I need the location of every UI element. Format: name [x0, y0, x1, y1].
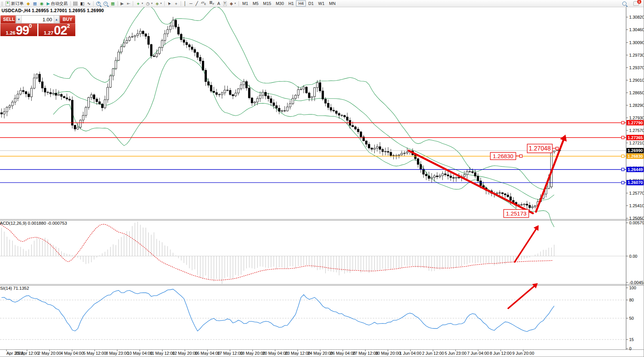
timeframe-d1[interactable]: D1	[306, 0, 316, 6]
svg-text:27 May 12:00: 27 May 12:00	[353, 351, 378, 355]
timeframe-h4[interactable]: H4	[296, 0, 306, 6]
autotrading-button[interactable]: ▶ 自动交易	[45, 0, 69, 6]
new-order-icon	[6, 1, 10, 6]
svg-text:20 May 04:00: 20 May 04:00	[262, 351, 288, 355]
diamond-icon: ◆	[27, 2, 30, 6]
timeframe-mn[interactable]: MN	[327, 0, 338, 6]
svg-text:23 May 12:00: 23 May 12:00	[285, 351, 310, 355]
line-chart-icon: ∿	[87, 2, 91, 6]
ask-big-digits: 02	[54, 25, 67, 36]
auto-scroll-button[interactable]: ▶	[119, 0, 125, 6]
fibonacci-tool[interactable]: ≣F	[208, 0, 216, 6]
ask-prefix: 1.27	[44, 30, 53, 36]
svg-text:5 Jun 23:00: 5 Jun 23:00	[445, 351, 467, 355]
svg-text:17 May 12:00: 17 May 12:00	[217, 351, 243, 355]
signals-button[interactable]: ◉	[38, 0, 45, 6]
timeframe-h1[interactable]: H1	[286, 0, 296, 6]
crosshair-tool-button[interactable]: ＋	[172, 0, 180, 6]
crosshair-icon: ＋	[174, 2, 178, 6]
trendline-tool[interactable]: ╱	[194, 0, 200, 6]
arrows-tool[interactable]: ◆▾	[228, 0, 237, 6]
buy-button[interactable]: BUY	[60, 15, 75, 24]
svg-text:11 May 12:00: 11 May 12:00	[150, 351, 175, 355]
svg-text:1.26070: 1.26070	[628, 180, 643, 185]
search-button[interactable]	[621, 0, 628, 6]
trendline-icon: ╱	[196, 2, 198, 6]
ask-pip-digit: 2	[67, 24, 70, 28]
shapes-icon: ◆	[230, 2, 233, 6]
styler-button[interactable]: ◆	[25, 0, 31, 6]
svg-text:1.26990: 1.26990	[628, 148, 643, 153]
svg-text:24 May 20:00: 24 May 20:00	[308, 351, 333, 355]
vertical-line-icon: │	[184, 2, 186, 6]
zoom-in-button[interactable]: +	[95, 0, 102, 6]
toolbar-separator	[239, 1, 239, 6]
templates-button[interactable]: ◈▾	[154, 0, 163, 6]
new-order-button[interactable]: 新订单	[4, 0, 25, 6]
chevron-down-icon: ▾	[160, 2, 162, 5]
channel-tool[interactable]: ▱E	[200, 0, 208, 6]
cursor-tool-button[interactable]: ➤	[166, 0, 172, 6]
toolbar-grip[interactable]	[1, 1, 3, 6]
tile-windows-button[interactable]: ▦	[109, 0, 116, 6]
svg-text:1.28650: 1.28650	[629, 90, 644, 95]
svg-text:0.005798: 0.005798	[629, 221, 644, 225]
volume-decrease-button[interactable]: ▼	[16, 16, 22, 23]
timeframe-m15[interactable]: M15	[261, 0, 274, 6]
svg-text:1.29370: 1.29370	[629, 65, 644, 70]
vertical-line-tool[interactable]: │	[182, 0, 188, 6]
svg-text:15: 15	[629, 337, 634, 342]
svg-text:12 May 20:00: 12 May 20:00	[172, 351, 198, 355]
periods-button[interactable]: ◷▾	[145, 0, 154, 6]
toolbar: 新订单 ◆ ▦ ◉ ▶ 自动交易 ▮▯ ∿ + − ▦ ▶ ⇤ ＋▾ ◷▾ ◈▾…	[0, 0, 644, 7]
bid-pip-digit: 0	[29, 24, 32, 28]
window-chart-icon: ▦	[33, 2, 37, 6]
add-indicator-icon: ＋	[136, 2, 140, 6]
svg-text:1.30460: 1.30460	[629, 27, 644, 32]
autotrading-label: 自动交易	[51, 1, 68, 6]
svg-text:0.00: 0.00	[629, 254, 637, 259]
new-chart-button[interactable]: ▦	[31, 0, 38, 6]
text-tool[interactable]: A	[216, 0, 221, 6]
bar-chart-button[interactable]	[72, 0, 79, 6]
chart-shift-button[interactable]: ⇤	[125, 0, 132, 6]
chart-shift-icon: ⇤	[127, 2, 130, 6]
volume-input[interactable]	[22, 16, 54, 23]
chevron-down-icon: ▾	[151, 2, 153, 5]
svg-text:29 Apr 12:00: 29 Apr 12:00	[15, 351, 39, 355]
zoom-in-icon: +	[96, 2, 100, 6]
timeframe-m30[interactable]: M30	[274, 0, 286, 6]
svg-text:1.25050: 1.25050	[629, 216, 644, 221]
svg-text:1.25770: 1.25770	[629, 191, 644, 195]
user-annotations[interactable]: 1.270481.268301.25173	[409, 135, 567, 308]
indicator-labels: MACD(12,26,9) 0.001880 -0.000753RSI(14) …	[0, 221, 67, 290]
horizontal-line-tool[interactable]: ─	[188, 0, 194, 6]
svg-text:9 Jun 20:00: 9 Jun 20:00	[512, 351, 534, 355]
date-axis[interactable]: Apr 202229 Apr 12:002 May 20:004 May 04:…	[6, 350, 534, 355]
svg-text:1.28290: 1.28290	[629, 103, 644, 108]
timeframe-m5[interactable]: M5	[250, 0, 261, 6]
line-chart-button[interactable]: ∿	[86, 0, 92, 6]
mt4-terminal-window: 新订单 ◆ ▦ ◉ ▶ 自动交易 ▮▯ ∿ + − ▦ ▶ ⇤ ＋▾ ◷▾ ◈▾…	[0, 0, 644, 357]
svg-text:80: 80	[629, 298, 634, 302]
signal-icon: ◉	[40, 2, 44, 6]
text-label-icon: T	[223, 1, 227, 6]
candlestick-button[interactable]: ▮▯	[79, 0, 86, 6]
toolbar-right: 1	[621, 0, 644, 6]
tile-windows-icon: ▦	[111, 2, 114, 6]
autotrading-icon: ▶	[46, 2, 49, 6]
chevron-down-icon: ▾	[142, 2, 143, 5]
bid-price[interactable]: 1.26 99 0	[0, 24, 37, 36]
sell-button[interactable]: SELL	[0, 15, 16, 24]
svg-text:0: 0	[629, 346, 631, 351]
ask-price[interactable]: 1.27 02 2	[38, 24, 75, 36]
notifications-button[interactable]: 1	[632, 0, 641, 6]
timeframe-w1[interactable]: W1	[316, 0, 327, 6]
volume-increase-button[interactable]: ▲	[54, 16, 59, 23]
text-label-tool[interactable]: T	[222, 0, 229, 6]
chat-bubble-icon: 1	[633, 1, 639, 6]
zoom-out-button[interactable]: −	[102, 0, 109, 6]
indicators-button[interactable]: ＋▾	[134, 0, 145, 6]
svg-text:1.27930: 1.27930	[629, 116, 644, 120]
timeframe-m1[interactable]: M1	[240, 0, 250, 6]
